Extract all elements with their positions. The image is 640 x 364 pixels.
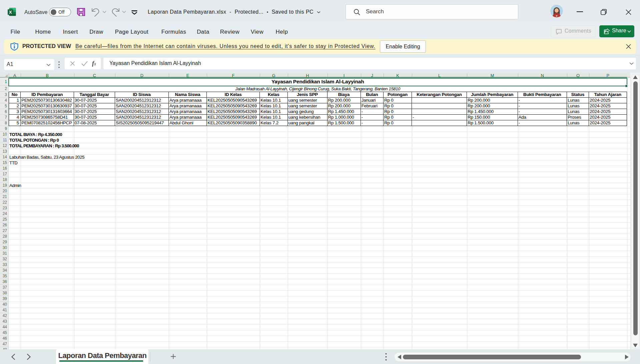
svg-text:X: X [9, 10, 12, 15]
